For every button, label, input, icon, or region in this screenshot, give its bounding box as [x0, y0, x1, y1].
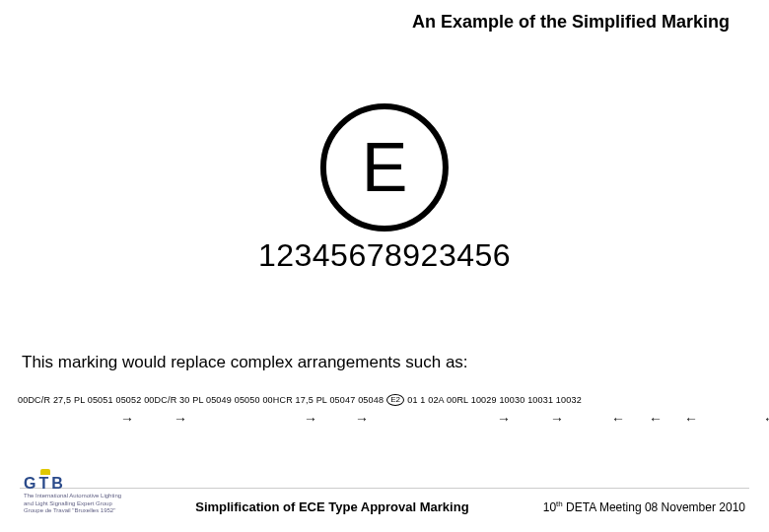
e2-badge: E2 — [386, 394, 404, 406]
gtb-sub-1: The International Automotive Lighting — [24, 493, 121, 499]
arrow-icon: → — [120, 412, 134, 426]
complex-marking: 00DC/R 27,5 PL 05051 05052 00DC/R 30 PL … — [18, 394, 751, 426]
arrow-icon: → — [304, 412, 317, 426]
footer-right-rest: DETA Meeting 08 November 2010 — [563, 500, 745, 514]
gtb-logo-text: GTB — [24, 475, 121, 493]
gtb-logo: GTB The International Automotive Lightin… — [24, 475, 121, 514]
slide-title: An Example of the Simplified Marking — [412, 12, 730, 33]
arrow-icon: ← — [763, 412, 769, 426]
arrow-icon: → — [174, 412, 187, 426]
arrow-icon: ← — [649, 412, 663, 426]
e-mark-number: 12345678923456 — [258, 237, 511, 274]
arrow-icon: ← — [684, 412, 698, 426]
simplified-marking: E 12345678923456 — [258, 103, 511, 274]
gtb-sub-3: Groupe de Travail "Bruxelles 1952" — [24, 507, 121, 514]
gtb-sub-2: and Light Signalling Expert Group — [24, 500, 121, 507]
footer: GTB The International Automotive Lightin… — [0, 475, 769, 514]
replace-caption: This marking would replace complex arran… — [22, 353, 468, 372]
complex-row-text: 00DC/R 27,5 PL 05051 05052 00DC/R 30 PL … — [18, 394, 751, 406]
arrow-icon: → — [550, 412, 564, 426]
footer-right-sup: th — [556, 499, 563, 508]
footer-center: Simplification of ECE Type Approval Mark… — [121, 499, 543, 514]
footer-right-prefix: 10 — [543, 500, 556, 514]
complex-arrows: →→→→→→←←←←←← — [18, 412, 751, 426]
arrow-icon: → — [355, 412, 369, 426]
arrow-icon: → — [497, 412, 511, 426]
e-mark-circle: E — [320, 103, 449, 232]
footer-right: 10th DETA Meeting 08 November 2010 — [543, 499, 745, 514]
e-mark-letter: E — [362, 133, 408, 202]
complex-left: 00DC/R 27,5 PL 05051 05052 00DC/R 30 PL … — [18, 395, 384, 405]
complex-right: 01 1 02A 00RL 10029 10030 10031 10032 — [407, 395, 582, 405]
arrow-icon: ← — [611, 412, 625, 426]
